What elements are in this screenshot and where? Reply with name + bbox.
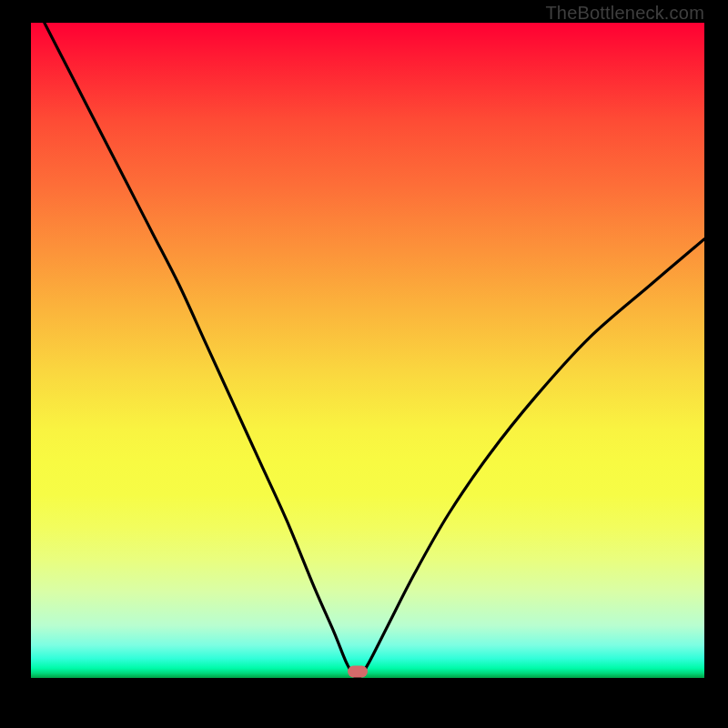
bottleneck-curve: [31, 23, 704, 678]
plot-area: [31, 23, 704, 678]
watermark-text: TheBottleneck.com: [545, 3, 704, 24]
chart-frame: TheBottleneck.com: [0, 0, 728, 728]
minimum-marker: [348, 665, 368, 677]
